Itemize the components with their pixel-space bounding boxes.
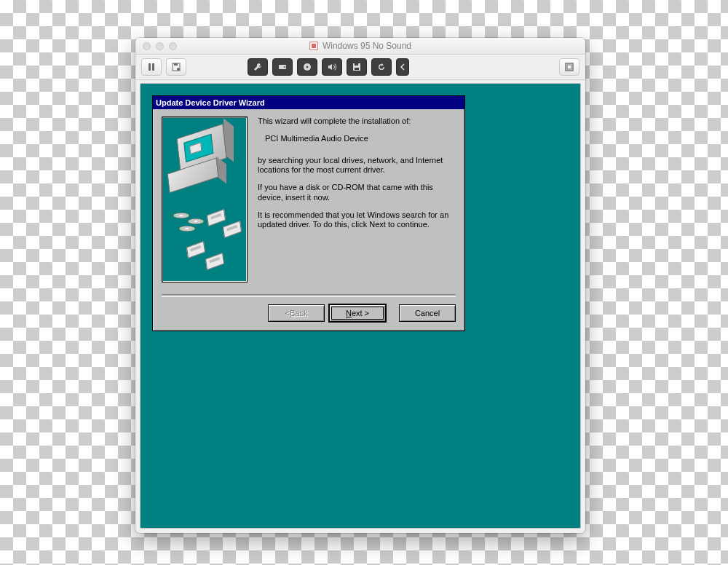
pause-button[interactable] xyxy=(141,58,162,76)
settings-button[interactable] xyxy=(248,58,268,76)
hdd-icon xyxy=(278,63,287,71)
svg-rect-3 xyxy=(152,63,154,71)
separator xyxy=(162,294,456,297)
fullscreen-button[interactable] xyxy=(559,58,579,76)
next-button-accel: N xyxy=(346,309,352,317)
wizard-illustration xyxy=(162,116,248,282)
wizard-para2: If you have a disk or CD-ROM that came w… xyxy=(258,183,456,203)
cancel-button[interactable]: Cancel xyxy=(399,304,456,322)
svg-point-6 xyxy=(177,68,180,71)
minimize-icon[interactable] xyxy=(156,42,164,50)
wizard-para1: by searching your local drives, network,… xyxy=(258,156,456,176)
host-window-title: Windows 95 No Sound xyxy=(135,41,585,51)
wizard-device-name: PCI Multimedia Audio Device xyxy=(265,134,456,144)
dialog-title-text: Update Device Driver Wizard xyxy=(156,98,265,107)
traffic-lights xyxy=(135,42,177,50)
wizard-intro: This wizard will complete the installati… xyxy=(258,116,456,127)
svg-point-8 xyxy=(284,66,285,68)
cd-disc-icon xyxy=(173,213,190,218)
cancel-button-label: Cancel xyxy=(415,309,440,317)
floppy-disk-icon xyxy=(205,253,224,270)
floppy-snapshot-icon xyxy=(172,63,181,71)
next-button-rest: ext > xyxy=(352,309,369,317)
speaker-icon xyxy=(328,63,336,71)
refresh-icon xyxy=(377,63,386,71)
zoom-icon[interactable] xyxy=(169,42,177,50)
snapshot-button[interactable] xyxy=(166,58,186,76)
chevron-left-icon xyxy=(400,63,405,71)
reset-button[interactable] xyxy=(371,58,392,76)
wizard-para3: It is recommended that you let Windows s… xyxy=(258,210,456,231)
close-icon[interactable] xyxy=(143,42,151,50)
wrench-icon xyxy=(253,63,262,71)
host-app-window: Windows 95 No Sound xyxy=(135,38,585,533)
host-titlebar[interactable]: Windows 95 No Sound xyxy=(135,38,585,55)
wizard-text-block: This wizard will complete the installati… xyxy=(258,116,456,282)
floppy-disk-icon xyxy=(207,209,226,226)
dialog-titlebar[interactable]: Update Device Driver Wizard xyxy=(153,96,464,109)
back-button-rest: ack xyxy=(295,309,307,317)
floppy-disk-icon xyxy=(223,221,242,238)
cd-disc-icon xyxy=(187,218,205,224)
guest-desktop[interactable]: Update Device Driver Wizard xyxy=(140,83,581,529)
sound-button[interactable] xyxy=(322,58,342,76)
floppy-icon xyxy=(352,63,361,71)
computer-icon xyxy=(178,130,225,167)
driver-wizard-dialog: Update Device Driver Wizard xyxy=(152,95,465,331)
host-window-title-text: Windows 95 No Sound xyxy=(323,41,411,51)
next-button[interactable]: Next > xyxy=(329,304,386,322)
svg-rect-13 xyxy=(355,68,359,70)
svg-rect-15 xyxy=(567,65,571,69)
back-button-accel: B xyxy=(290,309,295,317)
wizard-button-row: < Back Next > Cancel xyxy=(162,304,456,322)
svg-rect-1 xyxy=(312,44,316,48)
back-button: < Back xyxy=(268,304,325,322)
vm-app-icon xyxy=(309,42,318,50)
fullscreen-icon xyxy=(565,63,574,71)
svg-rect-2 xyxy=(149,63,151,71)
cd-icon xyxy=(303,63,312,71)
svg-rect-12 xyxy=(355,63,358,66)
svg-rect-5 xyxy=(174,63,178,66)
pause-icon xyxy=(148,63,155,71)
host-toolbar xyxy=(135,55,585,80)
svg-point-10 xyxy=(306,66,309,68)
floppy-disk-icon xyxy=(186,241,205,258)
hdd-button[interactable] xyxy=(272,58,293,76)
eject-button[interactable] xyxy=(396,58,409,76)
cd-disc-icon xyxy=(178,226,196,232)
cd-button[interactable] xyxy=(297,58,317,76)
transparency-background: Windows 95 No Sound xyxy=(0,0,728,565)
floppy-button[interactable] xyxy=(347,58,367,76)
svg-rect-0 xyxy=(310,42,318,50)
